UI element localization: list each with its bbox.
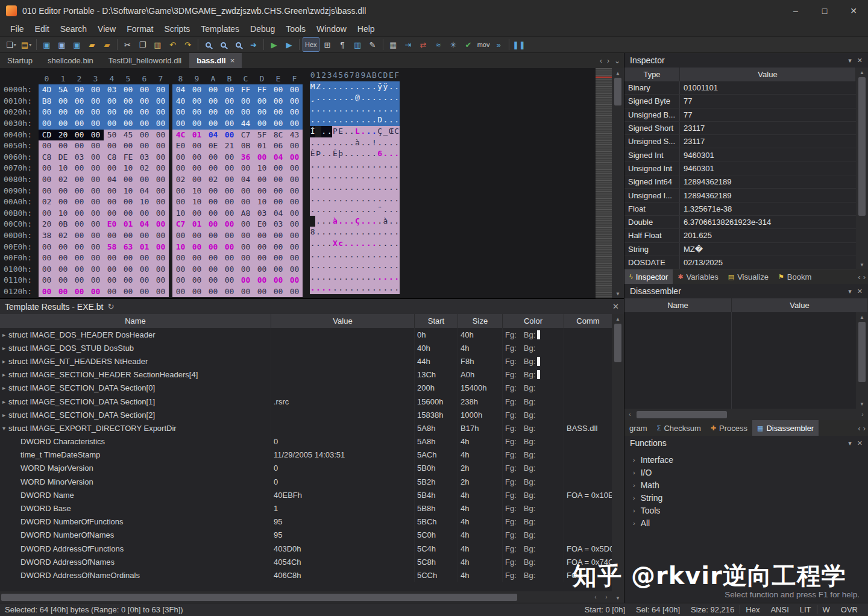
ascii-char[interactable]: .	[360, 204, 366, 216]
expand-icon[interactable]: ▸	[2, 385, 5, 391]
ascii-char[interactable]: .	[332, 283, 338, 294]
ascii-char[interactable]: .	[349, 216, 354, 227]
inspector-row[interactable]: Half Float201.625	[624, 229, 856, 242]
ascii-char[interactable]: .	[327, 227, 332, 238]
ascii-char[interactable]: .	[377, 193, 383, 205]
ascii-char[interactable]: .	[310, 115, 315, 126]
ascii-char[interactable]: .	[310, 137, 315, 149]
open-folder-button[interactable]: ▰	[85, 37, 99, 52]
ascii-char[interactable]: .	[315, 216, 321, 227]
ascii-char[interactable]: .	[371, 182, 377, 193]
ascii-char[interactable]: .	[344, 92, 349, 104]
ascii-char[interactable]: .	[354, 104, 360, 115]
ascii-char[interactable]: .	[327, 216, 332, 227]
ascii-char[interactable]: .	[394, 204, 399, 216]
ascii-char[interactable]: .	[366, 137, 371, 149]
ascii-char[interactable]: .	[338, 81, 343, 93]
menu-view[interactable]: View	[92, 23, 121, 35]
ascii-char[interactable]: .	[338, 115, 343, 126]
maximize-button[interactable]: □	[810, 0, 839, 22]
column-header-color[interactable]: Color	[503, 314, 564, 328]
menu-file[interactable]: File	[5, 23, 30, 35]
functions-close-icon[interactable]: ✕	[857, 439, 863, 447]
ascii-char[interactable]: .	[321, 272, 327, 283]
hex-byte[interactable]: 00	[221, 286, 237, 298]
ascii-char[interactable]: .	[344, 171, 349, 182]
ascii-char[interactable]: .	[321, 104, 327, 115]
save-as-button[interactable]: ▣	[55, 37, 69, 52]
ascii-char[interactable]: .	[321, 126, 327, 137]
tab-startup[interactable]: Startup	[0, 53, 40, 68]
ascii-char[interactable]: .	[366, 260, 371, 272]
ascii-char[interactable]: .	[371, 171, 377, 182]
hex-byte[interactable]: 00	[153, 286, 169, 298]
ascii-char[interactable]: .	[360, 260, 366, 272]
menu-debug[interactable]: Debug	[245, 23, 280, 35]
ascii-char[interactable]: .	[354, 250, 360, 261]
ascii-char[interactable]: .	[310, 238, 315, 250]
ascii-char[interactable]: .	[315, 104, 321, 115]
scroll-right-icon[interactable]: ›	[601, 594, 612, 600]
ascii-char[interactable]: .	[315, 272, 321, 283]
scroll-down-icon[interactable]: ▼	[856, 260, 868, 269]
inspector-row[interactable]: Signed Int9460301	[624, 148, 856, 162]
titlebar[interactable]: 010 Editor Portable - D:\Software\Game\3…	[0, 0, 868, 22]
ascii-char[interactable]: .	[315, 137, 321, 149]
scroll-down-icon[interactable]: ▼	[856, 399, 868, 409]
ascii-char[interactable]: .	[371, 81, 377, 93]
pause-button[interactable]: ❚❚	[512, 37, 526, 52]
template-vertical-scrollbar[interactable]: ▲ ▼	[612, 314, 624, 603]
ascii-char[interactable]: .	[321, 137, 327, 149]
ascii-char[interactable]: .	[349, 204, 354, 216]
ascii-char[interactable]: .	[310, 204, 315, 216]
ascii-char[interactable]: _	[383, 126, 388, 137]
ascii-char[interactable]: .	[388, 137, 394, 149]
ascii-char[interactable]: .	[327, 126, 332, 137]
hex-byte[interactable]: 00	[172, 286, 189, 298]
expand-icon[interactable]: ▸	[2, 398, 5, 405]
disassembler-name-header[interactable]: Name	[624, 298, 732, 312]
template-row[interactable]: DWORD Characteristics05A8h4hFg:Bg:	[0, 435, 612, 448]
column-header-value[interactable]: Value	[271, 314, 415, 328]
ascii-char[interactable]: .	[360, 104, 366, 115]
ascii-char[interactable]: .	[332, 204, 338, 216]
hex-byte[interactable]: 00	[71, 286, 87, 298]
ascii-char[interactable]: .	[344, 204, 349, 216]
ascii-char[interactable]: .	[310, 171, 315, 182]
disassembler-value-header[interactable]: Value	[732, 298, 868, 312]
ascii-char[interactable]: .	[321, 182, 327, 193]
ascii-char[interactable]: .	[349, 115, 354, 126]
ascii-char[interactable]: .	[366, 283, 371, 294]
ascii-char[interactable]: .	[354, 260, 360, 272]
inspector-row[interactable]: Binary01001101	[624, 81, 856, 95]
ascii-char[interactable]: .	[377, 250, 383, 261]
ascii-char[interactable]: .	[327, 137, 332, 149]
ascii-char[interactable]: .	[388, 250, 394, 261]
ascii-char[interactable]: .	[366, 92, 371, 104]
ascii-char[interactable]: .	[315, 227, 321, 238]
ascii-char[interactable]: .	[394, 148, 399, 160]
tab-disassembler[interactable]: ▦Disassembler	[752, 420, 819, 436]
ascii-char[interactable]: .	[327, 250, 332, 261]
ascii-char[interactable]: .	[344, 272, 349, 283]
inspector-row[interactable]: Signed Int6412894362189	[624, 175, 856, 189]
inspector-collapse-icon[interactable]: ▾	[848, 57, 852, 64]
run-template-button[interactable]: ▶	[282, 37, 296, 52]
inspector-row[interactable]: Float1.325671e-38	[624, 203, 856, 216]
ascii-char[interactable]: 8	[310, 227, 315, 238]
text-view-button[interactable]: ⊞	[321, 37, 335, 52]
ascii-char[interactable]: .	[321, 216, 327, 227]
inspector-row[interactable]: DOSDATE02/13/2025	[624, 256, 856, 269]
inspector-row[interactable]: Double6.37066138261923e-314	[624, 216, 856, 229]
ascii-char[interactable]: .	[360, 92, 366, 104]
ascii-char[interactable]: .	[344, 250, 349, 261]
template-row[interactable]: DWORD NumberOfNames955C0h4hFg:Bg:	[0, 529, 612, 542]
ascii-char[interactable]: .	[338, 160, 343, 171]
ascii-char[interactable]: .	[371, 272, 377, 283]
ascii-char[interactable]: È	[310, 148, 315, 160]
template-row[interactable]: ▸struct IMAGE_DOS_HEADER DosHeader0h40hF…	[0, 328, 612, 341]
close-tab-icon[interactable]: ×	[230, 56, 235, 65]
scroll-up-icon[interactable]: ▲	[612, 68, 624, 78]
tab-visualize[interactable]: ▤Visualize	[723, 269, 773, 284]
inspector-type-header[interactable]: Type	[624, 68, 680, 81]
